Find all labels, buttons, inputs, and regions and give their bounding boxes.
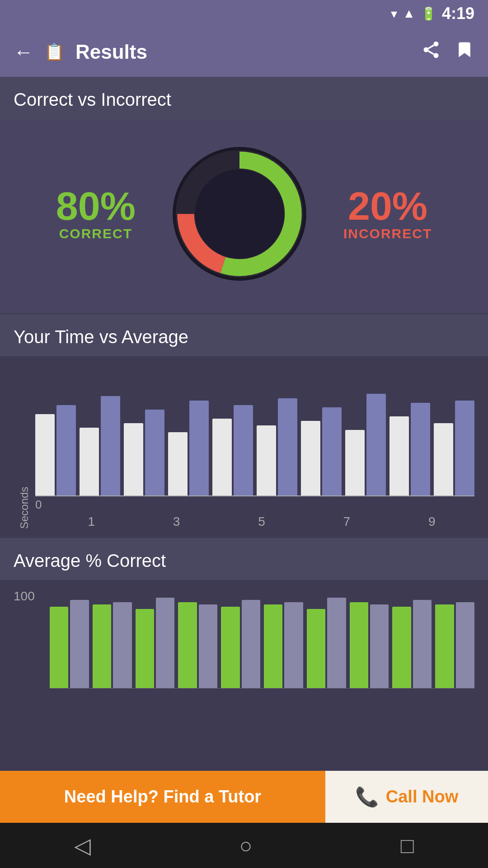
time-bar-chart-section: Seconds (0, 356, 488, 538)
x-axis-labels: 1 3 5 7 9 (49, 514, 474, 529)
bar-white-7 (301, 421, 320, 495)
avg-bar-group-5 (221, 600, 260, 688)
x-label-5: 5 (258, 514, 265, 529)
avg-bar-gray-5 (242, 600, 260, 688)
bar-white-5 (212, 419, 232, 495)
correct-label: CORRECT (56, 226, 136, 241)
avg-bar-gray-7 (327, 598, 346, 688)
incorrect-stat: 20% INCORRECT (343, 186, 432, 241)
time-heading: Your Time vs Average (14, 327, 474, 347)
avg-bar-gray-3 (156, 598, 174, 688)
bar-group-7 (301, 407, 342, 495)
bar-purple-8 (366, 394, 386, 495)
avg-section-header: Average % Correct (0, 538, 488, 580)
bar-purple-4 (189, 401, 209, 495)
avg-bar-gray-8 (370, 604, 389, 688)
avg-bar-green-1 (50, 607, 68, 688)
bar-white-10 (434, 423, 453, 495)
bar-group-6 (257, 398, 297, 495)
signal-icon: ▲ (403, 6, 415, 21)
incorrect-label: INCORRECT (343, 226, 432, 241)
app-bar: ← 📋 Results (0, 27, 488, 77)
doc-icon: 📋 (44, 42, 65, 61)
avg-heading: Average % Correct (14, 551, 474, 571)
avg-bar-group-3 (136, 598, 175, 688)
svg-point-1 (424, 47, 429, 52)
nav-home-button[interactable]: ○ (239, 833, 252, 858)
wifi-icon: ▾ (391, 6, 397, 21)
avg-bar-green-10 (435, 604, 454, 688)
share-icon[interactable] (421, 40, 441, 64)
bar-purple-9 (411, 403, 430, 495)
avg-bar-green-9 (392, 607, 411, 688)
avg-bar-green-2 (93, 604, 111, 688)
avg-bar-group-6 (264, 602, 303, 688)
correct-stat: 80% CORRECT (56, 186, 136, 241)
avg-bar-group-8 (350, 602, 389, 688)
x-label-3: 3 (173, 514, 180, 529)
bar-group-9 (389, 403, 430, 495)
avg-bar-gray-6 (284, 602, 303, 688)
avg-bar-chart (50, 589, 474, 689)
donut-section: 80% CORRECT 20% INCORRECT (0, 119, 488, 313)
avg-bar-group-2 (93, 602, 132, 688)
avg-bar-green-7 (307, 609, 325, 688)
bookmark-icon[interactable] (455, 40, 474, 64)
bar-purple-10 (455, 401, 474, 495)
avg-bar-green-5 (221, 607, 239, 688)
nav-bar: ◁ ○ □ (0, 823, 488, 868)
call-now-text[interactable]: Call Now (386, 787, 458, 807)
status-bar: ▾ ▲ 🔋 4:19 (0, 0, 488, 27)
avg-bar-group-9 (392, 600, 432, 688)
bar-group-8 (345, 394, 386, 495)
correct-section-header: Correct vs Incorrect (0, 77, 488, 119)
avg-bar-group-7 (307, 598, 346, 688)
bar-white-8 (345, 430, 365, 495)
phone-icon: 📞 (355, 786, 379, 808)
donut-chart (163, 137, 316, 291)
avg-bar-green-4 (178, 602, 197, 688)
bar-group-4 (168, 401, 209, 495)
avg-bar-group-4 (178, 602, 217, 688)
avg-bar-gray-10 (456, 602, 474, 688)
nav-back-button[interactable]: ◁ (74, 833, 91, 858)
help-text[interactable]: Need Help? Find a Tutor (64, 787, 261, 807)
nav-recent-button[interactable]: □ (401, 833, 414, 858)
page-title: Results (75, 41, 410, 63)
avg-bar-gray-4 (199, 604, 217, 688)
svg-point-8 (195, 169, 284, 258)
zero-label: 0 (35, 498, 42, 512)
avg-bar-group-10 (435, 602, 474, 688)
x-label-9: 9 (428, 514, 436, 529)
avg-chart-section: 100 (0, 580, 488, 771)
bar-purple-1 (56, 405, 76, 495)
svg-line-4 (428, 45, 434, 48)
bar-white-6 (257, 425, 276, 495)
correct-percent: 80% (56, 186, 136, 226)
bar-group-5 (212, 405, 253, 495)
back-button[interactable]: ← (14, 41, 33, 63)
avg-bar-green-6 (264, 604, 282, 688)
svg-point-2 (434, 53, 439, 58)
bar-group-2 (80, 396, 120, 495)
help-section[interactable]: Need Help? Find a Tutor (0, 771, 325, 823)
avg-bar-green-8 (350, 602, 368, 688)
avg-bar-gray-9 (413, 600, 432, 688)
bar-purple-7 (322, 407, 342, 495)
x-label-1: 1 (88, 514, 95, 529)
avg-bar-gray-2 (113, 602, 131, 688)
bar-group-3 (124, 410, 164, 495)
time-bar-chart: 0 (35, 370, 474, 496)
hundred-label: 100 (14, 589, 35, 604)
bar-white-9 (389, 416, 409, 495)
correct-heading: Correct vs Incorrect (14, 90, 474, 110)
call-section[interactable]: 📞 Call Now (325, 771, 488, 823)
battery-icon: 🔋 (421, 6, 436, 21)
bar-purple-3 (145, 410, 164, 495)
bar-white-3 (124, 423, 143, 495)
status-time: 4:19 (442, 4, 474, 23)
x-label-7: 7 (343, 514, 351, 529)
svg-line-3 (428, 51, 434, 54)
bottom-banner[interactable]: Need Help? Find a Tutor 📞 Call Now (0, 771, 488, 823)
bar-white-1 (35, 414, 55, 495)
